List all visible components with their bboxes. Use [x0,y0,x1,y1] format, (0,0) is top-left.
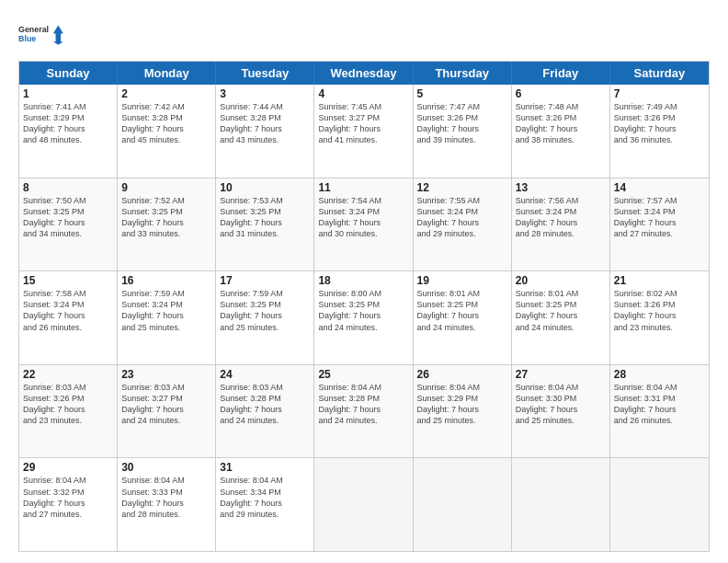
day-info: Sunrise: 7:58 AMSunset: 3:24 PMDaylight:… [23,288,113,333]
day-number: 11 [318,181,408,194]
day-cell-2: 2Sunrise: 7:42 AMSunset: 3:28 PMDaylight… [118,85,216,178]
logo-svg: General Blue [18,15,64,53]
day-cell-11: 11Sunrise: 7:54 AMSunset: 3:24 PMDayligh… [314,178,413,271]
day-cell-8: 8Sunrise: 7:50 AMSunset: 3:25 PMDaylight… [19,178,118,271]
header-day-monday: Monday [118,62,216,85]
day-info: Sunrise: 7:47 AMSunset: 3:26 PMDaylight:… [417,101,507,146]
day-number: 24 [220,368,310,381]
day-number: 12 [417,181,507,194]
day-info: Sunrise: 8:04 AMSunset: 3:34 PMDaylight:… [220,475,310,520]
day-number: 23 [121,368,211,381]
day-info: Sunrise: 8:01 AMSunset: 3:25 PMDaylight:… [417,288,507,333]
day-cell-31: 31Sunrise: 8:04 AMSunset: 3:34 PMDayligh… [216,458,314,551]
day-cell-3: 3Sunrise: 7:44 AMSunset: 3:28 PMDaylight… [216,85,314,178]
day-number: 15 [23,274,113,287]
day-number: 30 [121,461,211,474]
empty-cell [314,458,413,551]
calendar-row-4: 22Sunrise: 8:03 AMSunset: 3:26 PMDayligh… [19,364,709,458]
calendar-body: 1Sunrise: 7:41 AMSunset: 3:29 PMDaylight… [19,85,709,551]
day-number: 3 [220,87,310,100]
header-day-sunday: Sunday [19,62,118,85]
day-info: Sunrise: 7:59 AMSunset: 3:24 PMDaylight:… [121,288,211,333]
day-cell-14: 14Sunrise: 7:57 AMSunset: 3:24 PMDayligh… [610,178,709,271]
day-cell-17: 17Sunrise: 7:59 AMSunset: 3:25 PMDayligh… [216,271,314,364]
calendar: SundayMondayTuesdayWednesdayThursdayFrid… [18,61,710,552]
day-info: Sunrise: 8:04 AMSunset: 3:33 PMDaylight:… [121,475,211,520]
day-cell-18: 18Sunrise: 8:00 AMSunset: 3:25 PMDayligh… [314,271,413,364]
day-info: Sunrise: 8:04 AMSunset: 3:30 PMDaylight:… [516,382,606,427]
day-number: 31 [220,461,310,474]
svg-text:General: General [18,25,49,34]
day-number: 27 [516,368,606,381]
day-number: 5 [417,87,507,100]
day-number: 29 [23,461,113,474]
logo: General Blue [18,15,64,53]
day-number: 18 [318,274,408,287]
day-info: Sunrise: 8:01 AMSunset: 3:25 PMDaylight:… [516,288,606,333]
day-info: Sunrise: 7:55 AMSunset: 3:24 PMDaylight:… [417,195,507,240]
day-number: 22 [23,368,113,381]
day-info: Sunrise: 7:48 AMSunset: 3:26 PMDaylight:… [516,101,606,146]
svg-marker-2 [53,26,63,45]
svg-text:Blue: Blue [18,34,36,43]
day-number: 2 [121,87,211,100]
header-day-wednesday: Wednesday [314,62,413,85]
day-info: Sunrise: 8:04 AMSunset: 3:29 PMDaylight:… [417,382,507,427]
day-number: 14 [614,181,705,194]
header: General Blue [18,15,710,53]
day-cell-9: 9Sunrise: 7:52 AMSunset: 3:25 PMDaylight… [118,178,216,271]
day-cell-16: 16Sunrise: 7:59 AMSunset: 3:24 PMDayligh… [118,271,216,364]
day-cell-15: 15Sunrise: 7:58 AMSunset: 3:24 PMDayligh… [19,271,118,364]
day-number: 13 [516,181,606,194]
day-cell-7: 7Sunrise: 7:49 AMSunset: 3:26 PMDaylight… [610,85,709,178]
day-number: 26 [417,368,507,381]
day-info: Sunrise: 7:42 AMSunset: 3:28 PMDaylight:… [121,101,211,146]
day-number: 25 [318,368,408,381]
day-cell-23: 23Sunrise: 8:03 AMSunset: 3:27 PMDayligh… [118,365,216,458]
day-info: Sunrise: 7:57 AMSunset: 3:24 PMDaylight:… [614,195,705,240]
day-number: 28 [614,368,705,381]
day-info: Sunrise: 7:41 AMSunset: 3:29 PMDaylight:… [23,101,113,146]
calendar-row-2: 8Sunrise: 7:50 AMSunset: 3:25 PMDaylight… [19,178,709,271]
day-number: 16 [121,274,211,287]
page: General Blue SundayMondayTuesdayWednesda… [0,0,728,563]
day-number: 1 [23,87,113,100]
day-info: Sunrise: 7:49 AMSunset: 3:26 PMDaylight:… [614,101,705,146]
day-info: Sunrise: 7:50 AMSunset: 3:25 PMDaylight:… [23,195,113,240]
day-number: 17 [220,274,310,287]
day-info: Sunrise: 8:04 AMSunset: 3:28 PMDaylight:… [318,382,408,427]
day-cell-28: 28Sunrise: 8:04 AMSunset: 3:31 PMDayligh… [610,365,709,458]
day-number: 10 [220,181,310,194]
day-cell-12: 12Sunrise: 7:55 AMSunset: 3:24 PMDayligh… [414,178,512,271]
day-info: Sunrise: 8:04 AMSunset: 3:32 PMDaylight:… [23,475,113,520]
day-number: 21 [614,274,705,287]
day-info: Sunrise: 7:45 AMSunset: 3:27 PMDaylight:… [318,101,408,146]
day-cell-30: 30Sunrise: 8:04 AMSunset: 3:33 PMDayligh… [118,458,216,551]
day-cell-24: 24Sunrise: 8:03 AMSunset: 3:28 PMDayligh… [216,365,314,458]
day-number: 9 [121,181,211,194]
empty-cell [414,458,512,551]
day-cell-6: 6Sunrise: 7:48 AMSunset: 3:26 PMDaylight… [512,85,610,178]
day-info: Sunrise: 7:52 AMSunset: 3:25 PMDaylight:… [121,195,211,240]
day-info: Sunrise: 7:54 AMSunset: 3:24 PMDaylight:… [318,195,408,240]
day-cell-5: 5Sunrise: 7:47 AMSunset: 3:26 PMDaylight… [414,85,512,178]
day-cell-4: 4Sunrise: 7:45 AMSunset: 3:27 PMDaylight… [314,85,413,178]
day-cell-19: 19Sunrise: 8:01 AMSunset: 3:25 PMDayligh… [414,271,512,364]
day-cell-13: 13Sunrise: 7:56 AMSunset: 3:24 PMDayligh… [512,178,610,271]
calendar-header: SundayMondayTuesdayWednesdayThursdayFrid… [19,62,709,85]
day-cell-20: 20Sunrise: 8:01 AMSunset: 3:25 PMDayligh… [512,271,610,364]
day-info: Sunrise: 7:44 AMSunset: 3:28 PMDaylight:… [220,101,310,146]
day-cell-25: 25Sunrise: 8:04 AMSunset: 3:28 PMDayligh… [314,365,413,458]
day-number: 6 [516,87,606,100]
day-info: Sunrise: 8:03 AMSunset: 3:26 PMDaylight:… [23,382,113,427]
day-cell-27: 27Sunrise: 8:04 AMSunset: 3:30 PMDayligh… [512,365,610,458]
day-cell-22: 22Sunrise: 8:03 AMSunset: 3:26 PMDayligh… [19,365,118,458]
header-day-tuesday: Tuesday [216,62,314,85]
day-cell-26: 26Sunrise: 8:04 AMSunset: 3:29 PMDayligh… [414,365,512,458]
day-cell-1: 1Sunrise: 7:41 AMSunset: 3:29 PMDaylight… [19,85,118,178]
day-number: 4 [318,87,408,100]
empty-cell [610,458,709,551]
day-cell-10: 10Sunrise: 7:53 AMSunset: 3:25 PMDayligh… [216,178,314,271]
day-cell-21: 21Sunrise: 8:02 AMSunset: 3:26 PMDayligh… [610,271,709,364]
day-info: Sunrise: 8:03 AMSunset: 3:28 PMDaylight:… [220,382,310,427]
